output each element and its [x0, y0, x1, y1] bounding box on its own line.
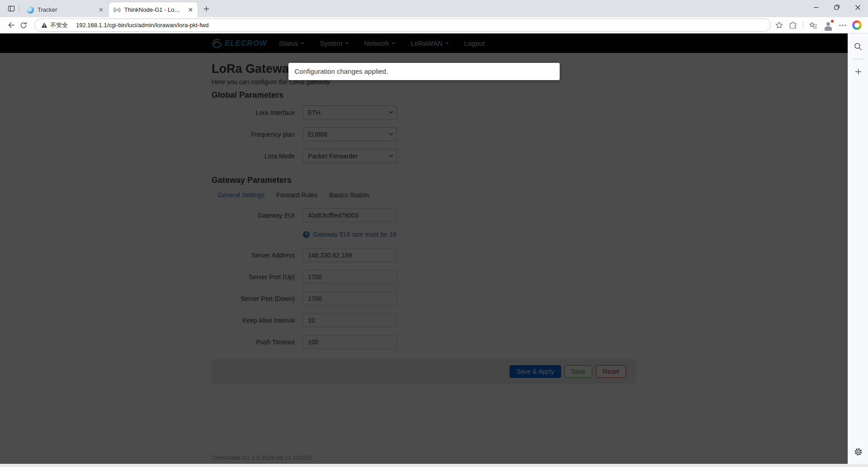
window-bottom-edge: [0, 464, 868, 467]
settings-gear-icon[interactable]: [851, 445, 865, 458]
back-icon[interactable]: [5, 19, 17, 32]
tab-tracker[interactable]: Tracker: [22, 2, 108, 17]
radio-antenna-favicon: [113, 6, 121, 14]
sidebar-divider: [853, 59, 863, 59]
extensions-icon[interactable]: [789, 21, 797, 29]
tab-title: Tracker: [38, 6, 94, 13]
browser-window: Tracker ThinkNode-G1 - LoRa Gateway -: [0, 0, 868, 467]
more-options-icon[interactable]: [839, 24, 846, 26]
modal-dim-overlay: [0, 33, 848, 464]
config-applied-dialog: Configuration changes applied.: [288, 63, 560, 80]
url-text: 192.168.1.1/cgi-bin/luci/admin/lorawan/l…: [76, 22, 208, 29]
search-icon[interactable]: [851, 40, 865, 53]
tab-close-icon[interactable]: [187, 6, 194, 14]
browser-main: ELECROW Status System Network LoRaWAN Lo…: [0, 33, 868, 464]
window-controls: [806, 0, 868, 17]
dialog-message: Configuration changes applied.: [295, 67, 388, 75]
favorites-list-icon[interactable]: [809, 22, 817, 29]
add-sidebar-item-icon[interactable]: [851, 65, 865, 78]
new-tab-icon[interactable]: [200, 3, 212, 14]
tab-close-icon[interactable]: [97, 6, 104, 14]
not-secure-warning-icon: [41, 22, 47, 28]
tab-divider: [19, 5, 19, 12]
tab-actions-icon[interactable]: [5, 3, 17, 14]
tracker-favicon: [27, 6, 34, 14]
notification-badge: [830, 19, 834, 23]
toolbar-icons: [775, 20, 863, 30]
security-label: 不安全: [50, 21, 68, 29]
refresh-icon[interactable]: [17, 19, 30, 32]
restore-icon[interactable]: [826, 0, 847, 14]
copilot-icon[interactable]: [852, 20, 862, 30]
close-window-icon[interactable]: [847, 0, 868, 14]
address-bar[interactable]: 不安全 192.168.1.1/cgi-bin/luci/admin/loraw…: [34, 19, 771, 32]
profile-avatar[interactable]: [823, 20, 833, 30]
tab-title: ThinkNode-G1 - LoRa Gateway -: [124, 6, 184, 13]
toolbar-divider: [803, 21, 803, 29]
page-viewport: ELECROW Status System Network LoRaWAN Lo…: [0, 33, 848, 464]
tab-strip: Tracker ThinkNode-G1 - LoRa Gateway -: [0, 0, 868, 17]
edge-sidebar: [848, 33, 868, 464]
tab-lora-gateway[interactable]: ThinkNode-G1 - LoRa Gateway -: [109, 2, 198, 17]
minimize-icon[interactable]: [806, 0, 826, 14]
address-toolbar: 不安全 192.168.1.1/cgi-bin/luci/admin/loraw…: [0, 17, 868, 33]
favorite-star-icon[interactable]: [775, 21, 783, 29]
